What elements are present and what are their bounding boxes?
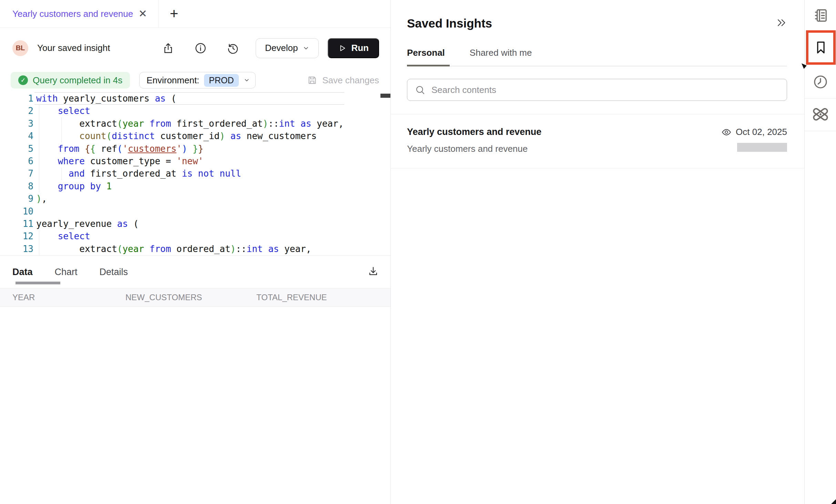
history-icon[interactable] — [227, 42, 239, 54]
active-tab-indicator — [16, 282, 60, 284]
code-line[interactable]: 13 extract(year from ordered_at)::int as… — [0, 243, 390, 255]
save-icon — [307, 75, 317, 85]
new-tab-button[interactable]: + — [159, 0, 190, 28]
check-circle-icon: ✓ — [18, 75, 28, 85]
clock-icon[interactable] — [805, 74, 836, 90]
column-header-new-customers: NEW_CUSTOMERS — [125, 293, 256, 302]
tab-shared-with-me[interactable]: Shared with me — [470, 48, 532, 58]
status-row: ✓ Query completed in 4s Environment: PRO… — [0, 68, 390, 92]
code-line[interactable]: 9), — [0, 192, 390, 205]
indent-guide — [61, 168, 62, 180]
close-tab-icon[interactable]: ✕ — [136, 7, 149, 20]
insights-tab-bar: Personal Shared with me — [407, 48, 787, 66]
info-icon[interactable] — [194, 42, 207, 54]
results-panel: Data Chart Details YEAR NEW_CUSTOMERS TO… — [0, 255, 390, 307]
insight-title: Your saved insight — [37, 43, 110, 53]
code-line[interactable]: 3 extract(year from first_ordered_at)::i… — [0, 117, 390, 130]
query-status-badge: ✓ Query completed in 4s — [11, 72, 130, 88]
share-icon[interactable] — [162, 42, 174, 54]
search-input[interactable] — [431, 85, 779, 95]
tab-personal[interactable]: Personal — [407, 48, 445, 58]
insight-toolbar: BL Your saved insight Develop Run — [0, 28, 390, 68]
table-header: YEAR NEW_CUSTOMERS TOTAL_REVENUE — [0, 288, 390, 307]
environment-value: PROD — [204, 74, 238, 87]
code-line[interactable]: 5 from {{ ref('customers') }} — [0, 143, 390, 155]
insight-item-title: Yearly customers and revenue — [407, 127, 541, 137]
code-line[interactable]: 4 count(distinct customer_id) as new_cus… — [0, 130, 390, 142]
editor-scrollbar-thumb[interactable] — [380, 94, 390, 98]
tab-details[interactable]: Details — [100, 267, 128, 277]
code-line[interactable]: 8 group by 1 — [0, 180, 390, 192]
run-label: Run — [351, 43, 369, 53]
code-line[interactable]: 10 — [0, 205, 390, 218]
code-line[interactable]: 14 sum(order_total) as total_revenue — [0, 255, 390, 255]
saved-insights-panel: Saved Insights Personal Shared with me Y… — [391, 0, 804, 504]
column-header-total-revenue: TOTAL_REVENUE — [256, 293, 390, 302]
chevron-down-icon — [303, 45, 309, 52]
bookmark-highlight-box[interactable] — [806, 30, 836, 65]
develop-label: Develop — [265, 43, 298, 53]
develop-dropdown[interactable]: Develop — [256, 38, 319, 58]
code-line[interactable]: 2 select — [0, 105, 390, 117]
editor-minimap[interactable] — [347, 94, 380, 253]
play-icon — [338, 44, 346, 52]
save-changes-label: Save changes — [322, 75, 379, 86]
insight-item-subtitle: Yearly customers and revenue — [407, 144, 541, 154]
search-icon — [415, 85, 425, 95]
indent-guide — [39, 230, 39, 255]
sql-editor[interactable]: 1with yearly_customers as (2 select3 ext… — [0, 92, 390, 255]
notebook-icon[interactable] — [805, 8, 836, 23]
results-tab-bar: Data Chart Details — [0, 256, 390, 288]
environment-dropdown[interactable]: Environment: PROD — [139, 72, 255, 88]
tab-yearly-customers-and-revenue[interactable]: Yearly customers and revenue ✕ — [0, 0, 159, 28]
column-header-year: YEAR — [0, 293, 125, 302]
tab-chart[interactable]: Chart — [55, 267, 78, 277]
query-pane: Yearly customers and revenue ✕ + BL Your… — [0, 0, 391, 504]
code-lines: 1with yearly_customers as (2 select3 ext… — [0, 92, 390, 255]
right-icon-sidebar — [804, 0, 836, 504]
tab-title: Yearly customers and revenue — [12, 9, 133, 19]
indent-guide — [61, 117, 62, 143]
list-item[interactable]: Yearly customers and revenue Yearly cust… — [391, 114, 804, 168]
save-changes-button[interactable]: Save changes — [307, 75, 379, 86]
code-line[interactable]: 12 select — [0, 230, 390, 242]
eye-icon — [721, 127, 732, 137]
panel-title: Saved Insights — [407, 17, 492, 30]
editor-tab-bar: Yearly customers and revenue ✕ + — [0, 0, 390, 28]
code-line[interactable]: 6 where customer_type = 'new' — [0, 155, 390, 167]
collapse-panel-icon[interactable] — [776, 17, 787, 30]
avatar: BL — [12, 40, 28, 56]
code-line[interactable]: 1with yearly_customers as ( — [0, 92, 390, 105]
plus-icon: + — [170, 6, 179, 22]
insight-item-date: Oct 02, 2025 — [736, 127, 787, 137]
placeholder-bar — [737, 143, 787, 152]
indent-guide — [39, 105, 39, 192]
bookmark-icon — [813, 40, 828, 55]
download-icon[interactable] — [367, 265, 379, 279]
code-line[interactable]: 11yearly_revenue as ( — [0, 218, 390, 230]
code-line[interactable]: 7 and first_ordered_at is not null — [0, 167, 390, 180]
search-contents-box[interactable] — [407, 79, 787, 101]
query-status-text: Query completed in 4s — [33, 75, 122, 86]
tab-data[interactable]: Data — [12, 267, 33, 277]
environment-label: Environment: — [146, 75, 199, 86]
chevron-down-icon — [244, 77, 250, 83]
explore-x-icon[interactable] — [805, 105, 836, 123]
run-button[interactable]: Run — [328, 38, 379, 58]
